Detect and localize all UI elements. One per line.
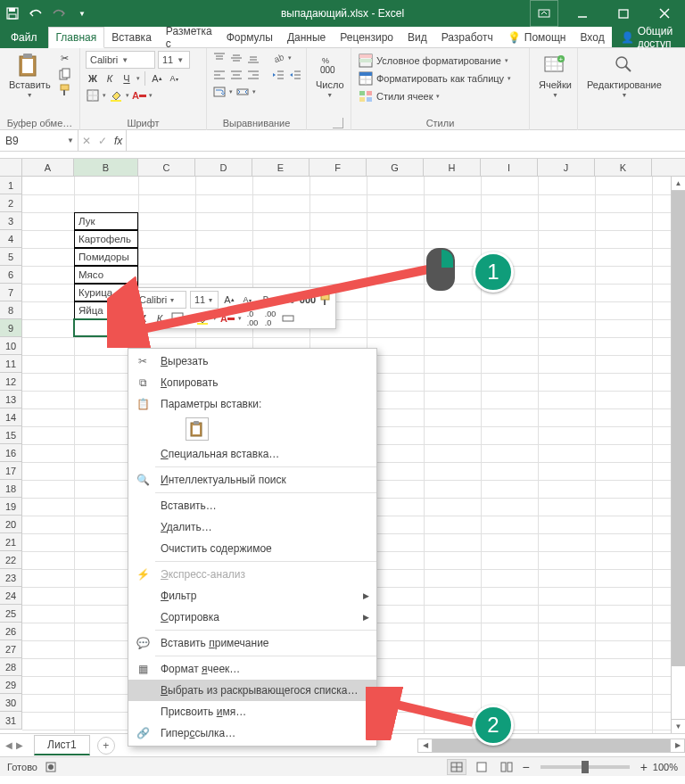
context-menu-item[interactable]: Фильтр▶	[128, 585, 376, 607]
mini-format-painter-ic[interactable]	[318, 293, 333, 307]
name-box[interactable]: B9▼	[0, 130, 78, 151]
minimize-button[interactable]	[562, 0, 603, 27]
cell[interactable]: Картофель	[76, 230, 176, 248]
context-menu-item[interactable]: Удалить…	[128, 516, 376, 538]
font-name-combo[interactable]: Calibri▼	[86, 51, 155, 69]
row-header[interactable]: 16	[0, 444, 21, 462]
copy-icon[interactable]	[58, 67, 72, 81]
tab-data[interactable]: Данные	[280, 27, 333, 47]
context-menu-item[interactable]: Выбрать из раскрывающегося списка…	[128, 680, 376, 701]
row-header[interactable]: 8	[0, 301, 21, 319]
row-header[interactable]: 9	[0, 319, 21, 337]
row-header[interactable]: 23	[0, 569, 21, 587]
conditional-formatting-button[interactable]: Условное форматирование ▾	[357, 53, 513, 69]
tab-view[interactable]: Вид	[400, 27, 434, 47]
column-header[interactable]: F	[309, 159, 367, 176]
mini-increase-font-icon[interactable]: A▴	[222, 293, 236, 307]
qat-customize-icon[interactable]: ▼	[75, 6, 89, 21]
row-header[interactable]: 28	[0, 658, 21, 676]
row-header[interactable]: 29	[0, 676, 21, 694]
cells-button[interactable]: + Ячейки▼	[535, 51, 575, 100]
fx-icon[interactable]: fx	[114, 135, 122, 147]
sheet-nav-next-icon[interactable]: ▶	[16, 740, 23, 750]
increase-font-icon[interactable]: A▴	[150, 71, 164, 86]
zoom-in-button[interactable]: +	[640, 760, 648, 774]
close-button[interactable]	[644, 0, 685, 27]
normal-view-button[interactable]	[447, 759, 466, 775]
sheet-tab[interactable]: Лист1	[34, 735, 90, 755]
tab-page-layout[interactable]: Разметка с	[159, 27, 219, 47]
context-menu-item[interactable]: Присвоить имя…	[128, 701, 376, 722]
cell[interactable]: Мясо	[76, 266, 176, 284]
context-menu-item[interactable]: ✂Вырезать	[128, 351, 376, 372]
vertical-scrollbar[interactable]: ▲▼	[671, 177, 685, 733]
tab-home[interactable]: Главная	[48, 27, 105, 48]
mini-italic-button[interactable]: К	[153, 311, 167, 326]
cell-styles-button[interactable]: Стили ячеек ▾	[357, 88, 513, 104]
underline-button[interactable]: Ч	[120, 71, 134, 86]
mini-comma-icon[interactable]: 000	[301, 293, 315, 307]
mini-size-combo[interactable]: 11▾	[190, 291, 219, 309]
macro-record-icon[interactable]	[45, 761, 57, 773]
context-menu-item[interactable]: ⧉Копировать	[128, 372, 376, 393]
align-middle-icon[interactable]	[229, 51, 243, 65]
italic-button[interactable]: К	[103, 71, 117, 86]
editing-button[interactable]: Редактирование▼	[583, 51, 665, 100]
align-top-icon[interactable]	[212, 51, 227, 65]
row-header[interactable]: 17	[0, 462, 21, 480]
row-header[interactable]: 25	[0, 605, 21, 623]
tab-developer[interactable]: Разработч	[434, 27, 500, 47]
page-layout-view-button[interactable]	[472, 759, 491, 775]
row-header[interactable]: 31	[0, 712, 21, 730]
formula-input[interactable]	[127, 130, 685, 151]
mini-inc-decimal-icon[interactable]: .0.00	[245, 311, 260, 326]
row-header[interactable]: 5	[0, 248, 21, 266]
row-header[interactable]: 13	[0, 391, 21, 409]
paste-button[interactable]: Вставить ▼	[5, 51, 54, 100]
row-header[interactable]: 18	[0, 480, 21, 498]
zoom-out-button[interactable]: −	[522, 760, 529, 774]
row-header[interactable]: 7	[0, 284, 21, 301]
row-header[interactable]: 26	[0, 623, 21, 640]
bold-button[interactable]: Ж	[86, 71, 100, 86]
maximize-button[interactable]	[603, 0, 644, 27]
column-header[interactable]: G	[367, 159, 424, 176]
fill-color-button[interactable]	[109, 88, 123, 103]
row-header[interactable]: 11	[0, 355, 21, 373]
share-button[interactable]: 👤Общий доступ	[612, 27, 685, 47]
mini-bold-button[interactable]: Ж	[135, 311, 149, 326]
merge-center-icon[interactable]	[235, 85, 250, 99]
row-header[interactable]: 24	[0, 587, 21, 605]
format-painter-icon[interactable]	[58, 83, 72, 97]
context-menu-item[interactable]: 💬Вставить примечание	[128, 632, 376, 654]
row-header[interactable]: 12	[0, 373, 21, 391]
row-header[interactable]: 14	[0, 409, 21, 426]
row-header[interactable]: 21	[0, 533, 21, 551]
row-header[interactable]: 10	[0, 337, 21, 355]
page-break-view-button[interactable]	[497, 759, 516, 775]
save-icon[interactable]	[5, 6, 20, 21]
cell[interactable]: Помидоры	[76, 248, 176, 266]
number-dialog-launcher[interactable]	[333, 118, 343, 128]
row-header[interactable]: 30	[0, 694, 21, 712]
undo-icon[interactable]	[29, 6, 43, 21]
column-header[interactable]: H	[424, 159, 481, 176]
tab-tell-me[interactable]: 💡Помощн	[500, 27, 574, 47]
font-size-combo[interactable]: 11▼	[158, 51, 190, 69]
decrease-font-icon[interactable]: A▾	[167, 71, 181, 86]
row-header[interactable]: 2	[0, 194, 21, 212]
context-menu-item[interactable]: Вставить…	[128, 495, 376, 516]
cell[interactable]: Лук	[76, 212, 176, 230]
align-right-icon[interactable]	[246, 68, 260, 82]
context-menu-item[interactable]: Сортировка▶	[128, 607, 376, 628]
decrease-indent-icon[interactable]	[271, 68, 285, 82]
tab-file[interactable]: Файл	[0, 27, 48, 48]
select-all-corner[interactable]	[0, 159, 22, 177]
row-header[interactable]: 3	[0, 212, 21, 230]
column-header[interactable]: J	[538, 159, 595, 176]
format-as-table-button[interactable]: Форматировать как таблицу ▾	[357, 70, 513, 87]
ribbon-display-options[interactable]	[530, 0, 558, 27]
number-format-button[interactable]: %000 Число ▼	[312, 51, 348, 100]
orientation-icon[interactable]: ab	[271, 51, 285, 65]
mini-font-combo[interactable]: Calibri▾	[135, 291, 186, 309]
